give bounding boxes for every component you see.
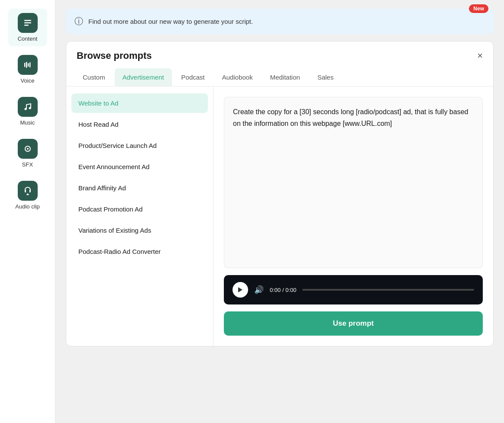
card-title: Browse prompts <box>77 50 152 61</box>
sidebar-label-music: Music <box>20 119 35 126</box>
svg-point-7 <box>24 108 26 110</box>
sidebar-item-content[interactable]: Content <box>8 9 47 46</box>
audioclip-icon <box>18 181 38 201</box>
svg-rect-1 <box>24 22 31 24</box>
card-body: Website to Ad Host Read Ad Product/Servi… <box>66 87 493 346</box>
prompt-text: Create the copy for a [30] seconds long … <box>224 97 483 268</box>
svg-rect-5 <box>28 63 29 67</box>
svg-rect-2 <box>24 25 29 26</box>
sidebar-label-sfx: SFX <box>22 161 33 168</box>
tab-advertisement[interactable]: Advertisement <box>115 68 172 86</box>
svg-rect-6 <box>29 62 31 67</box>
sidebar-label-audioclip: Audio clip <box>15 203 39 210</box>
tabs-container: Custom Advertisement Podcast Audiobook M… <box>66 68 493 87</box>
progress-bar[interactable] <box>302 289 474 291</box>
prompt-item-variations-of-existing-ads[interactable]: Variations of Existing Ads <box>71 221 208 240</box>
play-button[interactable] <box>233 282 248 298</box>
tab-custom[interactable]: Custom <box>75 68 113 86</box>
total-duration: 0:00 <box>285 287 296 293</box>
use-prompt-button[interactable]: Use prompt <box>224 311 483 336</box>
svg-rect-4 <box>26 62 27 68</box>
tab-podcast[interactable]: Podcast <box>174 68 213 86</box>
svg-rect-3 <box>24 63 26 67</box>
music-icon <box>18 97 38 117</box>
close-button[interactable]: × <box>477 51 483 61</box>
sidebar-item-sfx[interactable]: SFX <box>8 135 47 172</box>
time-display: 0:00 / 0:00 <box>270 287 296 293</box>
prompt-item-event-announcement-ad[interactable]: Event Announcement Ad <box>71 157 208 176</box>
prompt-detail: Create the copy for a [30] seconds long … <box>213 87 493 346</box>
card-header: Browse prompts × <box>66 42 493 68</box>
svg-point-10 <box>27 148 29 150</box>
sfx-icon <box>18 139 38 159</box>
prompt-item-podcast-radio-ad-converter[interactable]: Podcast-Radio Ad Converter <box>71 242 208 261</box>
sidebar-item-audioclip[interactable]: Audio clip <box>8 176 47 214</box>
prompt-item-website-to-ad[interactable]: Website to Ad <box>71 93 208 113</box>
main-content: New ⓘ Find out more about our new way to… <box>55 0 504 423</box>
tab-meditation[interactable]: Meditation <box>262 68 308 86</box>
info-icon: ⓘ <box>74 16 83 27</box>
content-icon <box>18 13 38 33</box>
browse-prompts-card: Browse prompts × Custom Advertisement Po… <box>66 41 494 346</box>
audio-player: 🔊 0:00 / 0:00 <box>224 275 483 304</box>
banner-text: Find out more about our new way to gener… <box>88 18 253 25</box>
tab-sales[interactable]: Sales <box>310 68 342 86</box>
svg-rect-0 <box>24 20 31 21</box>
volume-icon[interactable]: 🔊 <box>254 285 264 295</box>
sidebar-item-music[interactable]: Music <box>8 93 47 130</box>
prompt-item-brand-affinity-ad[interactable]: Brand Affinity Ad <box>71 178 208 198</box>
prompt-item-product-service-launch-ad[interactable]: Product/Service Launch Ad <box>71 136 208 155</box>
tab-audiobook[interactable]: Audiobook <box>214 68 261 86</box>
sidebar-item-voice[interactable]: Voice <box>8 51 47 88</box>
sidebar-label-content: Content <box>18 35 38 42</box>
banner: New ⓘ Find out more about our new way to… <box>66 9 494 34</box>
current-time: 0:00 <box>270 287 281 293</box>
prompt-item-host-read-ad[interactable]: Host Read Ad <box>71 115 208 134</box>
sidebar-label-voice: Voice <box>21 77 35 84</box>
sidebar: Content Voice Music <box>0 0 55 423</box>
prompt-item-podcast-promotion-ad[interactable]: Podcast Promotion Ad <box>71 199 208 219</box>
new-badge: New <box>469 4 488 13</box>
voice-icon <box>18 55 38 75</box>
prompt-list: Website to Ad Host Read Ad Product/Servi… <box>66 87 213 346</box>
svg-point-8 <box>29 107 31 109</box>
